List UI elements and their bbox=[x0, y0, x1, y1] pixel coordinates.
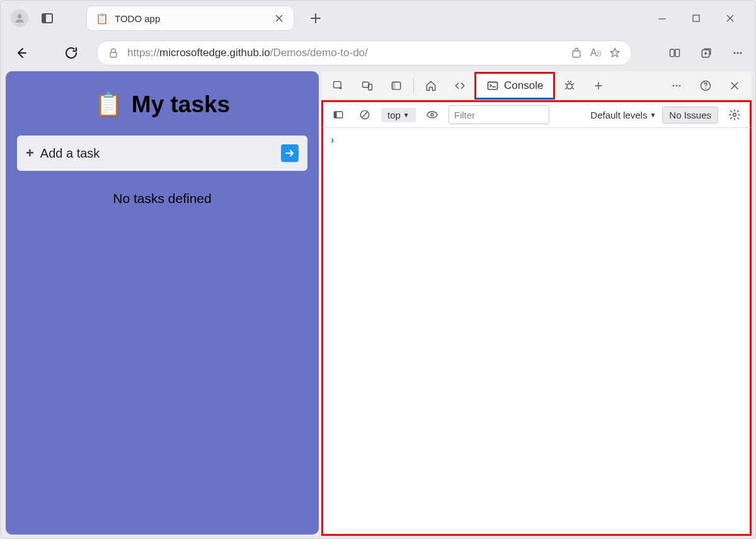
svg-point-23 bbox=[705, 87, 706, 88]
close-icon bbox=[724, 12, 736, 25]
lock-icon bbox=[107, 47, 120, 59]
back-button[interactable] bbox=[9, 42, 32, 64]
devtools-more-button[interactable] bbox=[662, 72, 691, 100]
browser-menu-button[interactable] bbox=[729, 44, 747, 62]
svg-rect-16 bbox=[392, 82, 395, 90]
person-icon bbox=[13, 12, 26, 25]
svg-rect-25 bbox=[334, 112, 336, 118]
clipboard-icon: 📋 bbox=[96, 13, 108, 25]
dots-icon bbox=[670, 79, 683, 92]
clear-console-button[interactable] bbox=[355, 105, 375, 125]
devices-icon bbox=[361, 79, 374, 92]
inspect-icon bbox=[332, 79, 345, 92]
add-task-row[interactable]: + Add a task bbox=[17, 136, 307, 171]
inspect-element-button[interactable] bbox=[324, 72, 353, 100]
refresh-button[interactable] bbox=[60, 42, 83, 64]
dock-side-button[interactable] bbox=[382, 72, 411, 100]
minimize-button[interactable] bbox=[653, 9, 671, 27]
plus-icon bbox=[308, 11, 323, 26]
toolbar-row: https://microsoftedge.github.io/Demos/de… bbox=[1, 36, 755, 70]
console-output[interactable]: › bbox=[321, 128, 752, 536]
svg-rect-7 bbox=[675, 49, 680, 57]
context-label: top bbox=[387, 110, 401, 120]
plus-icon bbox=[592, 79, 605, 92]
collections-button[interactable] bbox=[697, 44, 715, 62]
console-settings-button[interactable] bbox=[724, 105, 745, 125]
favorite-icon[interactable] bbox=[609, 47, 621, 59]
page-title: 📋 My tasks bbox=[94, 91, 230, 118]
read-aloud-icon[interactable]: A)) bbox=[590, 47, 601, 59]
dots-icon bbox=[731, 47, 744, 59]
devtools-panel: Console top ▼ Filter Default levels bbox=[321, 71, 752, 536]
svg-point-10 bbox=[737, 52, 739, 54]
svg-point-11 bbox=[740, 52, 742, 54]
refresh-icon bbox=[64, 45, 79, 61]
devtools-help-button[interactable] bbox=[691, 72, 720, 100]
chevron-down-icon: ▼ bbox=[403, 112, 410, 119]
new-tab-button[interactable] bbox=[304, 7, 327, 30]
live-expression-button[interactable] bbox=[422, 105, 442, 125]
window-tab-strip: 📋 TODO app bbox=[1, 1, 755, 36]
url-text: https://microsoftedge.github.io/Demos/de… bbox=[127, 47, 563, 59]
arrow-right-icon bbox=[284, 147, 296, 159]
svg-point-19 bbox=[673, 84, 675, 86]
add-task-submit[interactable] bbox=[281, 144, 299, 162]
eye-icon bbox=[426, 108, 438, 121]
console-icon bbox=[486, 79, 499, 92]
chevron-down-icon: ▼ bbox=[650, 112, 656, 119]
console-toolbar: top ▼ Filter Default levels ▼ No Issues bbox=[321, 100, 752, 128]
browser-right-icons bbox=[666, 44, 747, 62]
clipboard-icon: 📋 bbox=[94, 91, 123, 118]
elements-tab[interactable] bbox=[445, 72, 474, 100]
minimize-icon bbox=[656, 12, 668, 25]
split-icon bbox=[668, 47, 681, 59]
gear-icon bbox=[728, 108, 741, 121]
arrow-left-icon bbox=[13, 45, 28, 61]
clear-icon bbox=[358, 108, 371, 121]
window-controls bbox=[653, 9, 750, 27]
svg-rect-12 bbox=[334, 81, 341, 88]
svg-point-21 bbox=[679, 84, 681, 86]
devtools-tab-bar: Console bbox=[321, 71, 752, 100]
tab-close-button[interactable] bbox=[273, 13, 285, 24]
address-bar[interactable]: https://microsoftedge.github.io/Demos/de… bbox=[96, 40, 632, 66]
console-filter-input[interactable]: Filter bbox=[449, 105, 549, 124]
svg-point-28 bbox=[733, 113, 736, 117]
home-icon bbox=[425, 79, 437, 92]
dock-icon bbox=[390, 79, 403, 92]
profile-avatar[interactable] bbox=[11, 9, 28, 27]
maximize-button[interactable] bbox=[687, 9, 705, 27]
svg-point-0 bbox=[18, 14, 22, 18]
svg-point-18 bbox=[567, 83, 572, 88]
close-icon bbox=[728, 79, 741, 92]
console-tab[interactable]: Console bbox=[474, 72, 555, 100]
browser-tab[interactable]: 📋 TODO app bbox=[86, 6, 294, 31]
svg-rect-3 bbox=[693, 15, 699, 21]
more-tabs-button[interactable] bbox=[584, 72, 613, 100]
welcome-tab[interactable] bbox=[416, 72, 445, 100]
svg-point-9 bbox=[734, 52, 736, 54]
shopping-icon[interactable] bbox=[570, 47, 583, 59]
device-emulation-button[interactable] bbox=[353, 72, 382, 100]
window-close-button[interactable] bbox=[721, 9, 739, 27]
log-levels-select[interactable]: Default levels ▼ bbox=[590, 110, 656, 120]
svg-rect-4 bbox=[110, 52, 117, 57]
help-icon bbox=[699, 79, 712, 92]
toggle-sidebar-button[interactable] bbox=[328, 105, 348, 125]
plus-icon: + bbox=[26, 145, 34, 161]
maximize-icon bbox=[690, 12, 702, 25]
split-screen-button[interactable] bbox=[666, 44, 684, 62]
console-prompt[interactable]: › bbox=[331, 134, 334, 145]
bug-icon bbox=[563, 79, 576, 92]
filter-placeholder: Filter bbox=[454, 110, 475, 120]
execution-context-select[interactable]: top ▼ bbox=[381, 108, 416, 122]
issues-button[interactable]: No Issues bbox=[662, 107, 718, 124]
tab-actions-button[interactable] bbox=[38, 9, 56, 27]
sources-tab[interactable] bbox=[555, 72, 584, 100]
svg-point-20 bbox=[676, 84, 678, 86]
svg-rect-6 bbox=[670, 49, 675, 57]
add-task-input[interactable]: Add a task bbox=[40, 146, 275, 161]
levels-label: Default levels bbox=[590, 110, 647, 120]
devtools-close-button[interactable] bbox=[720, 72, 749, 100]
issues-label: No Issues bbox=[669, 110, 711, 120]
